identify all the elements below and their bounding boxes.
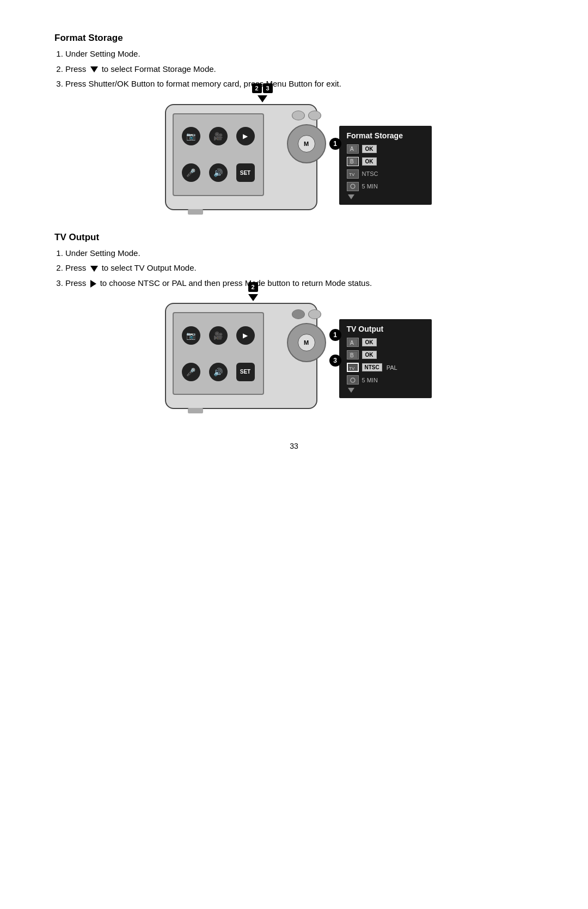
label-num-2: 2: [252, 83, 262, 93]
format-storage-menu: Format Storage A OK B OK TV NTSC: [339, 126, 432, 205]
menu-panel-title-1: Format Storage: [347, 131, 424, 140]
btn-set: SET: [236, 163, 255, 182]
camera-illustration-1: 2 3 📷 🎥 ▶ 🎤 🔊 SET: [157, 104, 326, 210]
tv-menu-row-1: A OK: [347, 338, 424, 347]
camera-right-controls-2: M 1 3: [287, 309, 326, 362]
nav-ring-inner-1: M: [298, 135, 315, 152]
menu-arrow-down: [348, 194, 354, 199]
oval-btn-1: [292, 111, 305, 120]
menu-icon-3: TV: [347, 169, 359, 179]
tv-menu-row-2: B OK: [347, 350, 424, 359]
tv-label-5min: 5 MIN: [362, 377, 378, 383]
menu-row-3: TV NTSC: [347, 169, 424, 179]
nav-ring-inner-2: M: [298, 334, 315, 351]
tv-ntsc-label: NTSC: [362, 363, 382, 371]
tv-output-steps: Under Setting Mode. Press to select TV O…: [65, 247, 534, 290]
step-3: Press Shutter/OK Button to format memory…: [65, 78, 534, 90]
label-num-2b: 2: [248, 282, 258, 292]
tv-menu-row-4: 5 MIN: [347, 375, 424, 385]
tv-step-3: Press to choose NTSC or PAL and then pre…: [65, 277, 534, 290]
format-storage-diagram: 2 3 📷 🎥 ▶ 🎤 🔊 SET: [54, 104, 534, 210]
down-arrow-icon-2: [90, 266, 98, 272]
svg-text:B: B: [350, 158, 354, 164]
svg-text:TV: TV: [349, 172, 355, 177]
btn-camera-2: 📷: [182, 326, 200, 345]
badge-1b: 1: [329, 329, 341, 341]
camera-illustration-2: 2 📷 🎥 ▶ 🎤 🔊 SET: [157, 303, 326, 409]
format-storage-steps: Under Setting Mode. Press to select Form…: [65, 48, 534, 90]
tv-ok-label-1: OK: [362, 338, 377, 346]
badge-1: 1: [329, 138, 341, 150]
btn-video-2: 🎥: [209, 326, 228, 345]
tv-step-1: Under Setting Mode.: [65, 247, 534, 260]
oval-btn-3: [292, 309, 305, 319]
btn-speaker-2: 🔊: [209, 363, 228, 381]
btn-play: ▶: [236, 127, 255, 145]
top-oval-buttons: [292, 111, 321, 120]
svg-text:A: A: [350, 146, 354, 152]
svg-text:TV: TV: [349, 366, 355, 371]
tv-output-diagram: 2 📷 🎥 ▶ 🎤 🔊 SET: [54, 303, 534, 409]
btn-mic: 🎤: [182, 163, 200, 182]
label-num-3: 3: [263, 83, 273, 93]
step-1: Under Setting Mode.: [65, 48, 534, 60]
ok-label-1: OK: [362, 145, 377, 153]
tv-menu-icon-4: [347, 375, 359, 385]
btn-speaker: 🔊: [209, 163, 228, 182]
camera-screen-2: 📷 🎥 ▶ 🎤 🔊 SET: [173, 312, 264, 395]
btn-video: 🎥: [209, 127, 228, 145]
ok-label-2: OK: [362, 157, 377, 166]
btn-set-2: SET: [236, 363, 255, 381]
menu-label-5min: 5 MIN: [362, 183, 378, 190]
menu-icon-1: A: [347, 144, 359, 154]
tv-step-2: Press to select TV Output Mode.: [65, 262, 534, 274]
tv-menu-arrow-down: [348, 388, 354, 393]
menu-icon-2: B: [347, 157, 359, 166]
tv-ok-label-2: OK: [362, 351, 377, 359]
menu-row-1: A OK: [347, 144, 424, 154]
menu-panel-title-2: TV Output: [347, 325, 424, 333]
top-arrow-down-icon: [258, 95, 267, 102]
nav-ring-outer-1: M: [287, 124, 326, 163]
nav-ring-outer-2: M: [287, 323, 326, 362]
step-2: Press to select Format Storage Mode.: [65, 63, 534, 76]
menu-icon-4: [347, 182, 359, 191]
camera-body-1: 📷 🎥 ▶ 🎤 🔊 SET M: [165, 104, 317, 210]
down-arrow-icon: [90, 66, 98, 72]
tv-output-section: TV Output Under Setting Mode. Press to s…: [54, 232, 534, 410]
oval-btn-4: [308, 309, 321, 319]
nav-ring-2: M 1 3: [287, 323, 326, 362]
svg-text:A: A: [350, 340, 354, 346]
menu-label-ntsc: NTSC: [362, 170, 378, 177]
svg-text:B: B: [350, 352, 354, 358]
tv-menu-icon-3: TV: [347, 363, 359, 372]
tv-output-menu: TV Output A OK B OK TV NTSC PAL: [339, 319, 432, 398]
camera-right-controls-1: M 1: [287, 111, 326, 163]
btn-mic-2: 🎤: [182, 363, 200, 381]
menu-row-4: 5 MIN: [347, 182, 424, 191]
btn-camera: 📷: [182, 127, 200, 145]
tv-menu-row-3: TV NTSC PAL: [347, 363, 424, 372]
tv-pal-label: PAL: [387, 364, 397, 371]
top-arrow-down-icon-2: [248, 294, 258, 301]
btn-play-2: ▶: [236, 326, 255, 345]
oval-btn-2: [308, 111, 321, 120]
page-number: 33: [54, 442, 534, 450]
right-arrow-icon: [90, 280, 96, 288]
camera-body-2: 📷 🎥 ▶ 🎤 🔊 SET M: [165, 303, 317, 409]
bottom-slot-1: [188, 210, 203, 215]
tv-output-title: TV Output: [54, 232, 534, 243]
format-storage-title: Format Storage: [54, 33, 534, 44]
nav-ring-1: M 1: [287, 124, 326, 163]
format-storage-section: Format Storage Under Setting Mode. Press…: [54, 33, 534, 210]
bottom-slot-2: [188, 408, 203, 413]
menu-row-2: B OK: [347, 157, 424, 166]
tv-menu-icon-2: B: [347, 350, 359, 359]
badge-3: 3: [329, 355, 341, 367]
top-oval-buttons-2: [292, 309, 321, 319]
tv-menu-icon-1: A: [347, 338, 359, 347]
camera-screen-1: 📷 🎥 ▶ 🎤 🔊 SET: [173, 113, 264, 196]
